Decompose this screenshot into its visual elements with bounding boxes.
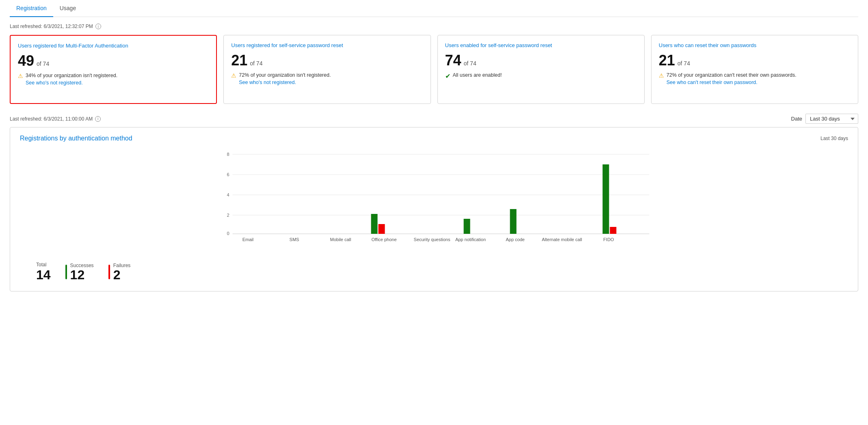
svg-text:Email: Email — [242, 237, 254, 242]
chart-section: Registrations by authentication method L… — [10, 127, 858, 291]
card-sspr-registered-status-text: 72% of your organization isn't registere… — [239, 72, 331, 79]
card-sspr-enabled-main-num: 74 — [445, 53, 461, 68]
svg-text:App code: App code — [506, 237, 524, 242]
date-filter-select[interactable]: Last 30 days Last 7 days Last 90 days — [805, 114, 858, 124]
card-mfa-link[interactable]: See who's not registered. — [26, 80, 83, 86]
bar-chart-wrap: 8 6 4 2 0 — [20, 149, 848, 255]
svg-text:2: 2 — [227, 213, 229, 218]
card-sspr-registered-link[interactable]: See who's not registered. — [239, 80, 296, 85]
card-can-reset-main-num: 21 — [659, 53, 675, 68]
svg-text:Alternate mobile call: Alternate mobile call — [542, 237, 582, 242]
failures-color-bar — [108, 265, 110, 279]
failures-value: 2 — [113, 268, 131, 281]
date-filter-row: Date Last 30 days Last 7 days Last 90 da… — [791, 114, 858, 124]
bar-app-notification-success — [464, 219, 470, 234]
top-refresh-label: Last refreshed: 6/3/2021, 12:32:07 PM i — [10, 24, 858, 29]
card-sspr-enabled-title[interactable]: Users enabled for self-service password … — [445, 42, 637, 49]
svg-text:Office phone: Office phone — [371, 237, 396, 242]
chart-title: Registrations by authentication method — [20, 135, 132, 142]
card-can-reset-status: ⚠ 72% of your organization can't reset t… — [659, 72, 851, 85]
card-sspr-registered-sub: of 74 — [250, 60, 262, 67]
card-sspr-enabled-status-text: All users are enabled! — [453, 72, 502, 79]
tab-usage[interactable]: Usage — [53, 0, 82, 17]
card-sspr-registered-main-num: 21 — [231, 53, 247, 68]
top-refresh-info-icon[interactable]: i — [95, 24, 101, 29]
card-mfa-main-num: 49 — [18, 54, 34, 68]
successes-value: 12 — [70, 268, 94, 281]
card-mfa-count: 49 of 74 — [18, 54, 209, 68]
card-can-reset-status-text: 72% of your organization can't reset the… — [667, 72, 797, 79]
bar-office-phone-failure — [379, 224, 385, 234]
card-sspr-registered-count: 21 of 74 — [231, 53, 423, 68]
total-value: 14 — [36, 268, 51, 281]
cards-row: Users registered for Multi-Factor Authen… — [10, 35, 858, 104]
svg-text:FIDO: FIDO — [603, 237, 614, 242]
card-sspr-enabled-count: 74 of 74 — [445, 53, 637, 68]
svg-text:4: 4 — [227, 192, 229, 197]
card-mfa-status-text: 34% of your organization isn't registere… — [26, 72, 117, 80]
card-mfa-warn-icon: ⚠ — [18, 73, 23, 79]
date-filter-label: Date — [791, 116, 802, 122]
card-sspr-registered-status: ⚠ 72% of your organization isn't registe… — [231, 72, 423, 85]
card-sspr-enabled-status: ✔ All users are enabled! — [445, 72, 637, 80]
bar-app-code-success — [510, 209, 517, 234]
total-group: Total 14 — [36, 262, 51, 281]
svg-text:6: 6 — [227, 172, 229, 177]
bar-office-phone-success — [371, 214, 378, 234]
svg-text:8: 8 — [227, 152, 229, 157]
successes-group: Successes 12 — [65, 263, 94, 281]
svg-text:Security questions: Security questions — [414, 237, 450, 242]
failures-group: Failures 2 — [108, 263, 131, 281]
card-sspr-registered-warn-icon: ⚠ — [231, 72, 236, 79]
total-label: Total — [36, 262, 51, 268]
bottom-refresh-text: Last refreshed: 6/3/2021, 11:00:00 AM — [10, 116, 93, 122]
bottom-refresh-label: Last refreshed: 6/3/2021, 11:00:00 AM i — [10, 116, 101, 122]
svg-text:0: 0 — [227, 231, 229, 236]
card-mfa: Users registered for Multi-Factor Authen… — [10, 35, 217, 104]
chart-header: Registrations by authentication method L… — [20, 135, 848, 142]
card-sspr-registered-title[interactable]: Users registered for self-service passwo… — [231, 42, 423, 49]
card-sspr-enabled-ok-icon: ✔ — [445, 72, 450, 80]
card-can-reset-sub: of 74 — [678, 60, 690, 67]
top-refresh-text: Last refreshed: 6/3/2021, 12:32:07 PM — [10, 24, 93, 29]
refresh2-row: Last refreshed: 6/3/2021, 11:00:00 AM i … — [10, 114, 858, 124]
card-can-reset-link[interactable]: See who can't reset their own password. — [667, 80, 758, 85]
card-mfa-title[interactable]: Users registered for Multi-Factor Authen… — [18, 42, 209, 50]
svg-text:SMS: SMS — [290, 237, 299, 242]
tab-registration[interactable]: Registration — [10, 0, 53, 17]
successes-color-bar — [65, 265, 67, 279]
card-mfa-sub: of 74 — [37, 60, 49, 67]
tab-bar: Registration Usage — [10, 0, 858, 17]
card-can-reset-warn-icon: ⚠ — [659, 72, 664, 79]
card-sspr-enabled-sub: of 74 — [464, 60, 476, 67]
card-can-reset-title[interactable]: Users who can reset their own passwords — [659, 42, 851, 49]
chart-period: Last 30 days — [820, 136, 848, 141]
card-can-reset: Users who can reset their own passwords … — [651, 35, 858, 104]
card-mfa-status: ⚠ 34% of your organization isn't registe… — [18, 72, 209, 86]
svg-text:App notification: App notification — [455, 237, 486, 242]
bar-fido-failure — [610, 227, 617, 234]
svg-text:Mobile call: Mobile call — [330, 237, 351, 242]
card-sspr-registered: Users registered for self-service passwo… — [223, 35, 431, 104]
chart-legend-totals: Total 14 Successes 12 Failures 2 — [20, 262, 848, 281]
bar-fido-success — [603, 164, 609, 234]
card-sspr-enabled: Users enabled for self-service password … — [437, 35, 645, 104]
bottom-refresh-info-icon[interactable]: i — [95, 116, 101, 122]
card-can-reset-count: 21 of 74 — [659, 53, 851, 68]
bar-chart-svg: 8 6 4 2 0 — [20, 149, 848, 254]
